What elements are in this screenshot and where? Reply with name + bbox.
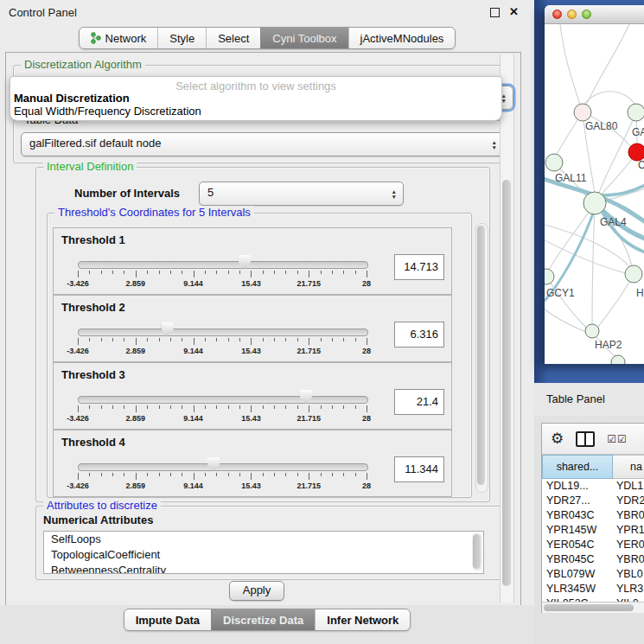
float-window-icon[interactable] bbox=[490, 8, 500, 17]
attribute-item[interactable]: BetweennessCentrality bbox=[44, 563, 483, 574]
threshold-1-slider-track[interactable] bbox=[78, 261, 368, 269]
cell-name[interactable]: YBR0 bbox=[613, 508, 644, 523]
cell-name[interactable]: YDR2 bbox=[613, 494, 644, 508]
threshold-3-label: Threshold 3 bbox=[61, 368, 125, 381]
threshold-4-slider-track[interactable] bbox=[78, 463, 368, 471]
tab-style[interactable]: Style bbox=[157, 28, 206, 48]
tab-discretize-data[interactable]: Discretize Data bbox=[211, 609, 315, 630]
table-hscrollbar-thumb[interactable] bbox=[544, 604, 634, 611]
slider-ticks bbox=[78, 473, 367, 480]
threshold-2-value-field[interactable]: 6.316 bbox=[394, 322, 444, 348]
attributes-scrollbar[interactable] bbox=[472, 532, 482, 571]
tab-select[interactable]: Select bbox=[206, 28, 260, 48]
network-node[interactable] bbox=[574, 104, 591, 121]
column-header-shared-name[interactable]: shared... bbox=[542, 455, 613, 479]
minimize-traffic-light-icon[interactable] bbox=[567, 10, 577, 19]
table-rows: YDL19...YDL1YDR27...YDR2YBR043CYBR0YPR14… bbox=[542, 479, 644, 602]
cell-name[interactable]: YER0 bbox=[613, 538, 644, 552]
threshold-1-value-field[interactable]: 14.713 bbox=[394, 254, 444, 280]
cell-shared-name[interactable]: YLR345W bbox=[542, 582, 613, 596]
cell-name[interactable]: YBL0 bbox=[613, 567, 644, 582]
select-columns-icon[interactable]: ☑☑ bbox=[607, 433, 628, 445]
table-row[interactable]: YDL19...YDL1 bbox=[542, 479, 644, 494]
close-icon[interactable]: ✕ bbox=[509, 5, 519, 18]
network-node[interactable] bbox=[583, 192, 606, 214]
cell-shared-name[interactable]: YDL19... bbox=[542, 479, 613, 494]
network-canvas[interactable]: GAL80 GA C GAL11 GAL4 GCY1 H HAP2 bbox=[545, 24, 644, 364]
attributes-group: Attributes to discretize Numerical Attri… bbox=[35, 506, 502, 580]
table-row[interactable]: YER054CYER0 bbox=[542, 538, 644, 552]
cell-shared-name[interactable]: YBR043C bbox=[542, 508, 613, 523]
cell-name[interactable]: YBR0 bbox=[613, 552, 644, 567]
combo-arrows-icon: ▲▼ bbox=[492, 140, 497, 150]
table-hscrollbar[interactable] bbox=[542, 602, 644, 613]
cell-shared-name[interactable]: YDR27... bbox=[542, 494, 613, 508]
interval-scrollbar-thumb[interactable] bbox=[477, 226, 485, 485]
tab-cyni-toolbox[interactable]: Cyni Toolbox bbox=[260, 28, 348, 48]
cell-name[interactable]: YPR1 bbox=[613, 523, 644, 538]
network-node[interactable] bbox=[545, 154, 563, 171]
tab-discretize-data-label: Discretize Data bbox=[223, 614, 303, 627]
cell-name[interactable]: YLR3 bbox=[613, 582, 644, 596]
slider-ticks bbox=[78, 271, 367, 277]
threshold-2-slider-track[interactable] bbox=[78, 328, 368, 336]
network-node[interactable] bbox=[545, 269, 554, 284]
zoom-traffic-light-icon[interactable] bbox=[582, 10, 591, 19]
node-label: GAL4 bbox=[600, 216, 627, 228]
table-row[interactable]: YPR145WYPR1 bbox=[542, 523, 644, 538]
threshold-3-slider-track[interactable] bbox=[78, 396, 368, 404]
network-window-titlebar bbox=[545, 5, 644, 24]
close-traffic-light-icon[interactable] bbox=[552, 10, 562, 19]
tab-jactivemnodules[interactable]: jActiveMNodules bbox=[348, 28, 456, 48]
network-node[interactable] bbox=[625, 265, 642, 283]
interval-scrollbar[interactable] bbox=[475, 223, 488, 493]
panel-scrollbar[interactable] bbox=[500, 54, 514, 603]
column-header-name[interactable]: na bbox=[613, 455, 644, 479]
gear-icon[interactable]: ⚙ bbox=[551, 431, 564, 446]
threshold-4-value-field[interactable]: 11.344 bbox=[394, 456, 444, 482]
network-node[interactable] bbox=[585, 324, 599, 338]
apply-button[interactable]: Apply bbox=[229, 581, 284, 601]
algorithm-group-label: Discretization Algorithm bbox=[21, 58, 145, 71]
table-data-combobox-value: galFiltered.sif default node bbox=[29, 137, 161, 150]
table-row[interactable]: YDR27...YDR2 bbox=[542, 494, 644, 508]
attribute-item[interactable]: SelfLoops bbox=[44, 532, 483, 547]
node-label: GAL80 bbox=[585, 120, 618, 132]
table-row[interactable]: YBL079WYBL0 bbox=[542, 567, 644, 582]
threshold-3-value-field[interactable]: 21.4 bbox=[394, 389, 444, 415]
cell-shared-name[interactable]: YPR145W bbox=[542, 523, 613, 538]
tab-infer-network[interactable]: Infer Network bbox=[315, 609, 410, 630]
network-node[interactable] bbox=[628, 104, 644, 121]
slider-tick-labels: -3.4262.8599.14415.4321.71528 bbox=[78, 481, 367, 492]
tab-style-label: Style bbox=[169, 32, 194, 45]
dropdown-option-manual[interactable]: Manual Discretization bbox=[14, 92, 130, 105]
table-row[interactable]: YBR045CYBR0 bbox=[542, 552, 644, 567]
table-data-combobox[interactable]: galFiltered.sif default node ▲▼ bbox=[21, 132, 504, 156]
tab-impute-data[interactable]: Impute Data bbox=[124, 609, 211, 630]
cell-name[interactable]: YDL1 bbox=[613, 479, 644, 494]
attributes-scrollbar-thumb[interactable] bbox=[473, 534, 481, 569]
slider-ticks bbox=[78, 405, 367, 412]
panel-scrollbar-thumb[interactable] bbox=[502, 180, 511, 586]
dropdown-placeholder: Select algorithm to view settings bbox=[10, 80, 501, 92]
threshold-3-panel: Threshold 3 -3.4262.8599.14415.4321.7152… bbox=[53, 362, 452, 430]
cell-shared-name[interactable]: YBL079W bbox=[542, 567, 613, 582]
network-node-selected[interactable] bbox=[628, 143, 644, 161]
cell-shared-name[interactable]: YBR045C bbox=[542, 552, 613, 567]
table-header-row: shared... na bbox=[542, 455, 644, 479]
tab-jactivemnodules-label: jActiveMNodules bbox=[360, 32, 444, 45]
tab-cyni-toolbox-label: Cyni Toolbox bbox=[272, 32, 336, 45]
table-row[interactable]: YLR345WYLR3 bbox=[542, 582, 644, 596]
dropdown-option-equal-width[interactable]: Equal Width/Frequency Discretization bbox=[14, 105, 201, 118]
network-node[interactable] bbox=[611, 355, 625, 364]
num-intervals-combobox[interactable]: 5 ▲▼ bbox=[199, 182, 404, 206]
tab-network[interactable]: Network bbox=[80, 28, 158, 48]
algorithm-dropdown-popup: Select algorithm to view settings Manual… bbox=[10, 76, 502, 121]
attribute-item[interactable]: TopologicalCoefficient bbox=[44, 547, 483, 563]
attributes-list[interactable]: SelfLoopsTopologicalCoefficientBetweenne… bbox=[43, 531, 484, 574]
bottom-tab-strip: Impute Data Discretize Data Infer Networ… bbox=[0, 605, 534, 644]
table-row[interactable]: YBR043CYBR0 bbox=[542, 508, 644, 523]
table-toolbar: ⚙ ☑☑ bbox=[542, 424, 644, 455]
cell-shared-name[interactable]: YER054C bbox=[542, 538, 613, 552]
split-table-icon[interactable] bbox=[576, 431, 595, 447]
